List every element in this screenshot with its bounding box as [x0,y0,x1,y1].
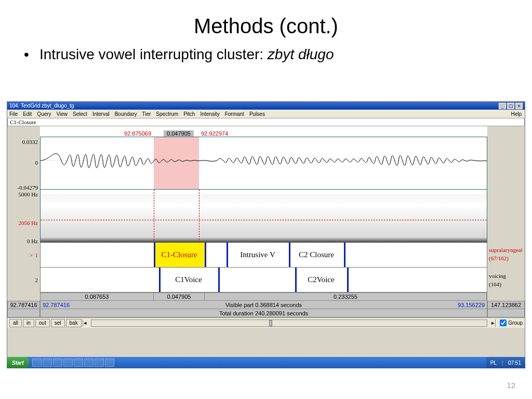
window-controls: _ ▢ × [499,103,523,109]
boundary-2b[interactable] [218,268,220,292]
interval-c1-closure[interactable]: C1-Closure [154,243,205,267]
ql-icon-1[interactable] [32,358,42,367]
visible-bar[interactable]: 92.787416 Visible part 0.368814 seconds … [40,301,487,309]
ql-icon-3[interactable] [53,358,62,367]
interval-intrusive-v[interactable]: Intrusive V [227,243,289,267]
bullet-line: Intrusive vowel interrupting cluster: zb… [0,38,532,69]
menu-select[interactable]: Select [73,111,87,117]
tray-icon[interactable]: ⋮ [500,360,505,366]
tier-1[interactable]: C1-Closure Intrusive V C2 Closure [40,243,487,268]
interval-2-0[interactable] [41,268,159,292]
boundary-2c[interactable] [295,268,297,292]
total-row: Total duration 240.280091 seconds [7,309,525,317]
left-axis: 0.0332 0 -0.04279 5000 Hz 2056 Hz 0 Hz ☞… [7,126,40,301]
bullet-example: zbyt długo [268,46,334,62]
menu-boundary[interactable]: Boundary [115,111,137,117]
menubar: File Edit Query View Select Interval Bou… [7,110,525,118]
dur-right[interactable]: 0.233255 [205,293,487,300]
center-pane[interactable]: 92.875069 0.047905 92.922974 [40,126,487,301]
scroll-left-icon[interactable]: ◂ [83,320,88,327]
lang-indicator[interactable]: PL [490,360,497,366]
interval-2-gap[interactable] [218,268,295,292]
sel-duration: 0.047905 [164,130,194,137]
menu-pulses[interactable]: Pulses [249,111,265,117]
scrollbar-thumb[interactable] [269,320,272,326]
in-button[interactable]: in [23,319,34,327]
tier1-name: supralaryngeal [489,247,523,253]
scroll-right-icon[interactable]: ▸ [490,320,496,327]
bak-button[interactable]: bak [66,319,82,327]
spec-ymax: 5000 Hz [18,191,38,197]
menu-formant[interactable]: Formant [225,111,244,117]
boundary-2a[interactable] [159,268,161,292]
duration-bar[interactable]: 0.087653 0.047905 0.233255 [40,292,487,301]
minimize-button[interactable]: _ [499,103,506,109]
sel-right-line [199,190,200,243]
menu-help[interactable]: Help [511,111,522,117]
interval-1-0[interactable] [41,243,154,267]
top-times: 92.875069 0.047905 92.922974 [40,126,487,137]
dur-left[interactable]: 0.087653 [41,293,154,300]
maximize-button[interactable]: ▢ [507,103,514,109]
interval-1-end[interactable] [344,243,487,267]
interval-2-end[interactable] [347,268,487,292]
all-button[interactable]: all [9,319,22,327]
menu-spectrum[interactable]: Spectrum [156,111,178,117]
boundary-1c[interactable] [227,243,228,267]
clock[interactable]: 07:51 [508,360,521,366]
start-button[interactable]: Start [7,357,29,368]
boundary-1d[interactable] [289,243,290,267]
horizontal-scrollbar[interactable] [91,320,488,327]
spec-ymin: 0 Hz [27,238,38,244]
interval-c1voice[interactable]: C1Voice [159,268,218,292]
group-checkbox-input[interactable] [500,320,507,326]
interval-c2-closure[interactable]: C2 Closure [289,243,344,267]
selected-interval-label: C1-Closure [7,118,525,126]
close-button[interactable]: × [515,103,523,109]
slide-number: 12 [507,381,515,390]
sel-button[interactable]: sel [51,319,65,327]
menu-pitch[interactable]: Pitch [183,111,195,117]
interval-c2voice[interactable]: C2Voice [295,268,347,292]
ql-icon-5[interactable] [74,358,83,367]
tier-2[interactable]: C1Voice C2Voice [40,268,487,292]
group-checkbox[interactable]: Group [500,320,523,326]
window-titlebar[interactable]: 104. TextGrid zbyt_dlugo_tg _ ▢ × [7,102,525,110]
boundary-2d[interactable] [347,268,349,292]
ql-icon-4[interactable] [63,358,73,367]
system-tray[interactable]: PL ⋮ 07:51 [486,357,525,368]
group-label: Group [508,320,523,326]
boundary-1e[interactable] [344,243,345,267]
menu-edit[interactable]: Edit [23,111,32,117]
spectrogram-image [41,190,487,243]
boundary-1b[interactable] [205,243,206,267]
dur-mid[interactable]: 0.047905 [154,293,205,300]
total-right-pad [487,309,525,317]
ql-icon-8[interactable] [105,358,114,367]
menu-view[interactable]: View [57,111,68,117]
menu-file[interactable]: File [9,111,18,117]
windows-taskbar[interactable]: Start PL ⋮ 07:51 [7,357,525,368]
ql-icon-7[interactable] [95,358,104,367]
tier1-id: ☞ 1 [29,252,38,259]
interval-1-gap[interactable] [205,243,227,267]
tier2-count: (164) [489,281,501,287]
waveform[interactable] [40,137,487,190]
bullet-text: Intrusive vowel interrupting cluster: [39,46,268,62]
tier1-count: (67/162) [489,255,509,261]
visible-row: 92.787416 92.787416 Visible part 0.36881… [7,301,525,309]
total-bar[interactable]: Total duration 240.280091 seconds [40,309,487,317]
bottom-controls: all in out sel bak ◂ ▸ Group [7,317,525,328]
menu-intensity[interactable]: Intensity [200,111,219,117]
boundary-1a[interactable] [154,243,155,267]
ql-icon-6[interactable] [84,358,94,367]
out-button[interactable]: out [35,319,50,327]
waveform-trace [41,137,487,189]
ql-icon-2[interactable] [43,358,52,367]
menu-query[interactable]: Query [37,111,51,117]
spectrogram[interactable] [40,190,487,243]
tier2-name: voicing [489,273,506,279]
menu-interval[interactable]: Interval [92,111,110,117]
menu-tier[interactable]: Tier [142,111,151,117]
total-left-pad [7,309,40,317]
